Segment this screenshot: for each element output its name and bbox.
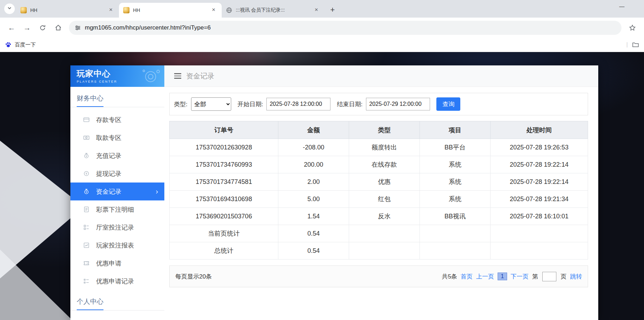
hh-favicon — [123, 7, 130, 13]
total-count-text: 共5条 — [442, 273, 457, 281]
cell-time: 2025-07-28 16:10:01 — [490, 208, 588, 225]
close-icon[interactable]: × — [210, 6, 217, 14]
close-icon[interactable]: × — [312, 6, 320, 14]
section-label: 财务中心 — [77, 94, 103, 107]
browser-tab-1[interactable]: HH × — [16, 3, 119, 18]
page-prefix-text: 第 — [532, 273, 538, 281]
sidebar-item-player-bet-report[interactable]: 玩家投注报表 — [70, 236, 164, 254]
cell-time: 2025-07-28 19:26:53 — [490, 139, 588, 156]
sidebar-item-promo-apply-records[interactable]: 优惠申请记录 — [70, 272, 164, 290]
current-page-button[interactable]: 1 — [498, 273, 507, 280]
col-amount: 金额 — [278, 121, 349, 139]
sidebar-item-recharge-records[interactable]: 充值记录 — [70, 147, 164, 165]
col-process-time: 处理时间 — [490, 121, 588, 139]
browser-toolbar: ← → mgm1065.com/hhcp/usercenter.html?ini… — [0, 18, 644, 38]
jump-link[interactable]: 跳转 — [570, 273, 582, 281]
pagination-controls: 共5条 首页 上一页 1 下一页 第 页 跳转 — [442, 272, 582, 281]
back-button[interactable]: ← — [4, 20, 19, 35]
sidebar-item-lottery-bet-detail[interactable]: 彩票下注明细 — [70, 200, 164, 218]
tab-label: HH — [133, 7, 206, 13]
cell-project — [420, 242, 491, 260]
filter-bar: 类型: 全部 开始日期: 结束日期: 查询 — [169, 93, 588, 115]
sidebar-item-messages[interactable]: 消息公告 — [70, 314, 164, 320]
col-project: 项目 — [420, 121, 491, 139]
home-button[interactable] — [51, 20, 65, 35]
start-date-input[interactable] — [266, 98, 330, 110]
browser-tab-3[interactable]: :::视讯 会员下注纪录::: × — [222, 3, 324, 18]
url-text: mgm1065.com/hhcp/usercenter.html?iniType… — [85, 24, 211, 31]
cell-order-id: 1753690201503706 — [170, 208, 278, 225]
sidebar: 玩家中心 PLAYERS CENTER 财务中心 存款专区 — [70, 65, 164, 320]
page-suffix-text: 页 — [561, 273, 567, 281]
site-info-icon[interactable] — [75, 25, 81, 31]
cell-time: 2025-07-28 19:22:14 — [490, 173, 588, 191]
close-icon[interactable]: × — [107, 6, 115, 14]
sidebar-item-withdrawal-records[interactable]: 提现记录 — [70, 165, 164, 183]
section-personal-center[interactable]: 个人中心 — [70, 290, 164, 311]
next-page-link[interactable]: 下一页 — [511, 273, 529, 281]
end-date-input[interactable] — [366, 98, 430, 110]
sidebar-item-hall-bet-records[interactable]: 厅室投注记录 — [70, 218, 164, 236]
table-row: 1753701734760993 200.00 在线存款 系统 2025-07-… — [170, 156, 588, 173]
chevron-down-icon — [7, 6, 12, 12]
prev-page-link[interactable]: 上一页 — [476, 273, 494, 281]
jump-page-input[interactable] — [542, 272, 556, 281]
bookmark-star-icon[interactable] — [625, 20, 640, 35]
tab-label: HH — [30, 7, 103, 13]
cell-order-id: 1753702012630928 — [170, 139, 278, 156]
cell-amount: 1.54 — [278, 208, 349, 225]
sidebar-item-label: 彩票下注明细 — [96, 205, 134, 214]
forward-button[interactable]: → — [20, 20, 34, 35]
cell-stats-label: 当前页统计 — [170, 225, 278, 242]
table-row: 1753690201503706 1.54 反水 BB视讯 2025-07-28… — [170, 208, 588, 225]
new-tab-button[interactable]: + — [327, 4, 339, 16]
cell-project: BB平台 — [420, 139, 491, 156]
user-center-panel: 玩家中心 PLAYERS CENTER 财务中心 存款专区 — [70, 65, 598, 320]
cell-project: 系统 — [420, 173, 491, 191]
cell-project: 系统 — [420, 191, 491, 208]
cell-stats-label: 总统计 — [170, 242, 278, 260]
bookmark-baidu[interactable]: 百度一下 — [5, 41, 36, 48]
sidebar-item-label: 资金记录 — [96, 187, 121, 196]
minimize-button[interactable]: — — [614, 0, 630, 12]
tab-search-button[interactable] — [4, 4, 15, 14]
sidebar-item-fund-records[interactable]: 资金记录 — [70, 183, 164, 200]
sidebar-item-label: 存款专区 — [96, 116, 121, 124]
main-header: 资金记录 — [164, 65, 598, 87]
pagination-bar: 每页显示20条 共5条 首页 上一页 1 下一页 第 页 跳转 — [169, 265, 588, 287]
col-type: 类型 — [349, 121, 420, 139]
page-title: 资金记录 — [186, 71, 214, 81]
sidebar-item-label: 厅室投注记录 — [96, 223, 134, 232]
banknote-icon — [83, 134, 90, 141]
sidebar-item-deposit-zone[interactable]: 存款专区 — [70, 111, 164, 129]
reload-button[interactable] — [35, 20, 50, 35]
cell-project: BB视讯 — [420, 208, 491, 225]
sidebar-item-label: 充值记录 — [96, 152, 121, 160]
coin-icon — [83, 170, 90, 177]
type-select[interactable]: 全部 — [191, 97, 231, 111]
sidebar-item-label: 取款专区 — [96, 134, 121, 142]
money-bag-icon — [83, 188, 90, 195]
first-page-link[interactable]: 首页 — [461, 273, 473, 281]
start-date-label: 开始日期: — [238, 100, 263, 108]
money-bag-icon — [83, 152, 90, 159]
sidebar-item-withdraw-zone[interactable]: 取款专区 — [70, 129, 164, 147]
cell-type: 额度转出 — [349, 139, 420, 156]
browser-window: HH × HH × :::视讯 会员下注纪录::: × + — ← → — [0, 0, 644, 320]
cell-order-id: 1753701734774581 — [170, 173, 278, 191]
cell-order-id: 1753701734760993 — [170, 156, 278, 173]
folder-icon[interactable] — [632, 41, 639, 48]
table-row-page-stats: 当前页统计 0.54 — [170, 225, 588, 242]
sidebar-item-promo-apply[interactable]: 优惠申请 — [70, 254, 164, 272]
ticket-icon — [83, 260, 90, 267]
search-button[interactable]: 查询 — [436, 97, 460, 111]
browser-tab-2-active[interactable]: HH × — [119, 3, 222, 18]
cell-time — [490, 242, 588, 260]
page-size-text: 每页显示20条 — [175, 273, 212, 281]
menu-icon[interactable] — [174, 73, 181, 79]
content-area: 类型: 全部 开始日期: 结束日期: 查询 — [164, 87, 598, 287]
gamepad-icon — [140, 68, 161, 85]
cell-amount: 2.00 — [278, 173, 349, 191]
section-finance-center[interactable]: 财务中心 — [70, 87, 164, 107]
address-bar[interactable]: mgm1065.com/hhcp/usercenter.html?iniType… — [69, 21, 621, 35]
